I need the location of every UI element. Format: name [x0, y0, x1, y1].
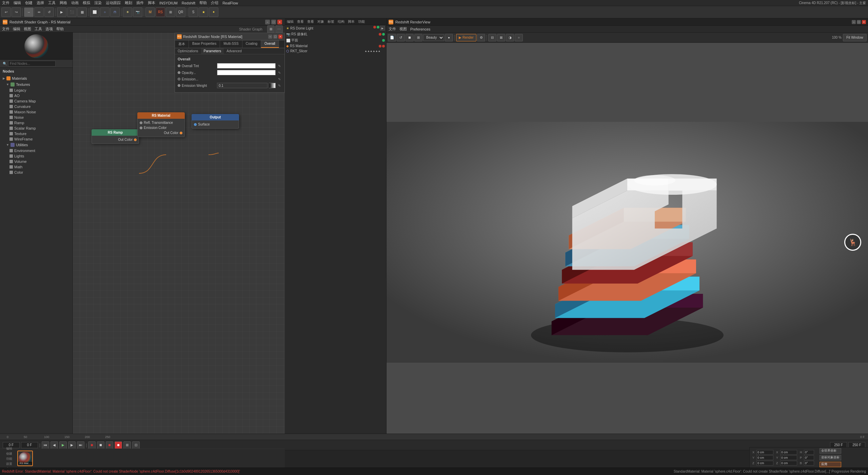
rv-btn-channels[interactable]: ⊟	[488, 34, 496, 41]
scene-item-rkt-slicer[interactable]: ⬡ RKT_Slicer ▲▲▲▲▲▲	[285, 49, 386, 54]
toolbar-move[interactable]: ↔	[24, 7, 34, 17]
toolbar-grid[interactable]: ⊞	[166, 7, 175, 17]
category-materials[interactable]: ▶ Materials	[0, 75, 73, 81]
item-camera-map[interactable]: Camera Map	[0, 98, 73, 104]
scene-menu-struct[interactable]: 结构	[338, 19, 344, 24]
coord-x-val[interactable]: 0 cm	[756, 450, 773, 455]
rs-panel-minimize[interactable]: −	[268, 35, 272, 39]
mat-bar-menu-create[interactable]: 创建	[6, 452, 12, 456]
emission-weight-slider[interactable]	[269, 83, 276, 88]
rv-btn-settings[interactable]: ⚙	[477, 34, 485, 41]
tab-coating[interactable]: Coating	[242, 40, 261, 48]
toolbar-camera[interactable]: 📷	[133, 7, 142, 17]
toolbar-undo[interactable]: ↩	[1, 7, 11, 17]
nodes-tree[interactable]: ▶ Materials ▼ Textures Legacy	[0, 75, 73, 442]
shader-menu-options[interactable]: 选项	[45, 26, 53, 32]
btn-prev[interactable]: ◀	[51, 441, 58, 449]
scene-item-rs-material[interactable]: ◆ RS Material	[285, 43, 386, 49]
category-utilities[interactable]: ▼ Utilities	[0, 142, 73, 148]
item-maxon-noise[interactable]: Maxon Noise	[0, 109, 73, 115]
rv-btn-render[interactable]: ▶ Render	[456, 34, 476, 41]
toolbar-render-play[interactable]: ▶	[57, 7, 66, 17]
subtab-advanced[interactable]: Advanced	[224, 48, 244, 54]
btn-play[interactable]: ▶	[59, 441, 67, 449]
item-noise[interactable]: Noise	[0, 115, 73, 120]
toolbar-redo[interactable]: ↪	[12, 7, 21, 17]
btn-record2[interactable]: ⏺	[106, 441, 113, 449]
scene-menu-tag[interactable]: 标签	[328, 19, 334, 24]
find-nodes-input[interactable]	[8, 61, 56, 66]
toolbar-cube[interactable]: ⬜	[90, 7, 99, 17]
btn-extra[interactable]: ⊡	[132, 441, 140, 449]
coord-z-val[interactable]: 0 cm	[756, 461, 773, 466]
menu-track[interactable]: 运动跟踪	[106, 0, 121, 5]
toolbar-sphere[interactable]: ○	[100, 7, 110, 17]
scene-tree[interactable]: ☀ RS Dome Light ▶ 📷 RS 摄像机	[285, 25, 386, 449]
coord-y-val[interactable]: 0 cm	[756, 455, 773, 460]
menu-tools[interactable]: 工具	[48, 0, 56, 5]
rv-btn-file[interactable]: 📄	[388, 34, 396, 41]
item-volume[interactable]: Volume	[0, 159, 73, 164]
node-output[interactable]: Output Surface	[192, 114, 239, 129]
coord-x2-val[interactable]: 0 cm	[780, 450, 797, 455]
menu-select[interactable]: 选择	[37, 0, 44, 5]
menu-help[interactable]: 帮助	[199, 0, 207, 5]
rv-btn-refresh[interactable]: ↺	[397, 34, 405, 41]
item-texture[interactable]: Texture	[0, 131, 73, 136]
coord-y2-val[interactable]: 0 cm	[780, 455, 797, 460]
rv-render-area[interactable]: 🦌	[387, 43, 868, 442]
coord-z2-val[interactable]: 0 cm	[780, 461, 797, 466]
btn-stop[interactable]: ⏹	[97, 441, 104, 449]
btn-next[interactable]: ▶	[68, 441, 76, 449]
coord-h-val[interactable]: 0°	[804, 450, 814, 455]
btn-more[interactable]: ⊞	[123, 441, 131, 449]
mat-bar-menu-func[interactable]: 功能	[6, 457, 12, 461]
subtab-optimizations[interactable]: Optimizations	[175, 48, 201, 54]
scene-menu-view2[interactable]: 查看	[307, 19, 314, 24]
scene-menu-edit[interactable]: 编辑	[287, 19, 294, 24]
scene-menu-script[interactable]: 脚本	[348, 19, 355, 24]
emission-edit[interactable]: ✎	[277, 77, 282, 81]
item-ao[interactable]: AO	[0, 93, 73, 98]
toolbar-s1[interactable]: S	[189, 7, 198, 17]
scene-item-camera[interactable]: 📷 RS 摄像机	[285, 31, 386, 37]
rv-btn-compare[interactable]: ⊠	[497, 34, 505, 41]
material-thumb-rs-mat[interactable]: RS Mat...	[17, 451, 33, 466]
menu-redshift[interactable]: Redshift	[182, 1, 195, 5]
rv-minimize[interactable]: −	[852, 20, 856, 24]
dome-vis-expand[interactable]: ▶	[380, 26, 385, 31]
subtab-parameters[interactable]: Parameters	[201, 48, 224, 54]
item-color[interactable]: Color	[0, 170, 73, 175]
rv-menu-view[interactable]: 视图	[399, 26, 407, 32]
btn-object-coords[interactable]: 坐标对象坐标	[820, 455, 841, 460]
toolbar-extra1[interactable]: ★	[199, 7, 208, 17]
tab-multisss[interactable]: Multi-SSS	[220, 40, 242, 48]
scene-menu-view1[interactable]: 查看	[297, 19, 304, 24]
emission-weight-value[interactable]: 0.1	[217, 83, 268, 88]
opacity-color[interactable]	[217, 70, 276, 75]
tab-base-props[interactable]: Base Properties	[189, 40, 220, 48]
item-ramp[interactable]: Ramp	[0, 120, 73, 126]
menu-insydium[interactable]: INSYDIUM	[159, 1, 178, 5]
toolbar-scale[interactable]: ⇔	[34, 7, 44, 17]
scene-menu-object[interactable]: 对象	[317, 19, 324, 24]
toolbar-light[interactable]: ☀	[123, 7, 132, 17]
emission-weight-edit[interactable]: ✎	[277, 83, 282, 88]
menu-edit[interactable]: 编辑	[14, 0, 21, 5]
mat-bar-menu-edit[interactable]: 编辑	[6, 446, 12, 451]
item-math[interactable]: Math	[0, 164, 73, 170]
graph-btn-dots[interactable]: ⋯	[275, 25, 283, 33]
rv-menu-prefs[interactable]: Preferences	[410, 27, 430, 31]
rv-maximize[interactable]: □	[857, 20, 861, 24]
tab-basic[interactable]: 基本	[175, 40, 189, 48]
overall-tint-color[interactable]	[217, 63, 276, 69]
shader-menu-tools[interactable]: 工具	[35, 26, 42, 32]
scene-item-plane[interactable]: ⬜ 平面	[285, 37, 386, 43]
rv-close[interactable]: ×	[862, 20, 866, 24]
menu-realflow[interactable]: RealFlow	[222, 1, 238, 5]
shader-menu-file[interactable]: 文件	[2, 26, 9, 32]
maximize-button[interactable]: □	[271, 20, 276, 24]
toolbar-rotate[interactable]: ↺	[44, 7, 54, 17]
close-button[interactable]: ×	[277, 20, 282, 24]
rv-btn-circle[interactable]: ○	[515, 34, 523, 41]
